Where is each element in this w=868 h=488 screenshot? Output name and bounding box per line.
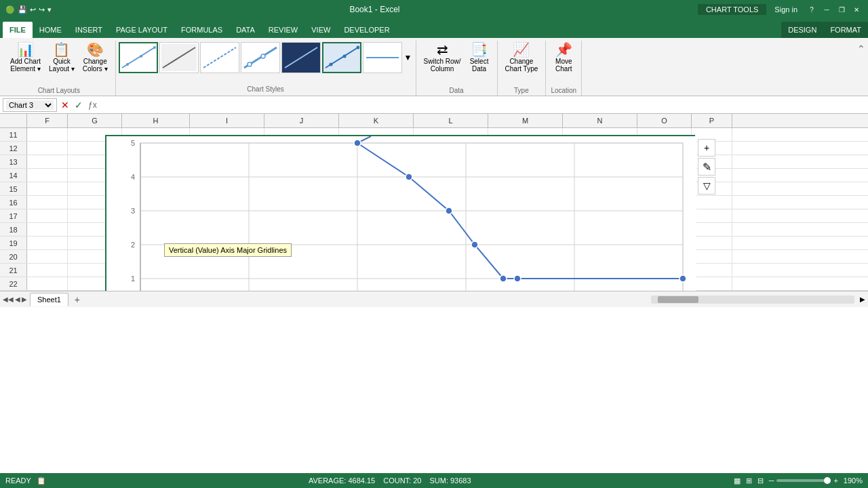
svg-point-57: [679, 275, 686, 282]
formula-bar: Chart 3 ✕ ✓ ƒx: [0, 96, 868, 114]
chart-style-button[interactable]: ✎: [698, 158, 715, 176]
svg-rect-23: [140, 143, 683, 291]
sign-in-link[interactable]: Sign in: [774, 5, 797, 14]
col-header-k[interactable]: K: [339, 114, 414, 127]
col-header-o[interactable]: O: [637, 114, 692, 127]
col-header-g[interactable]: G: [68, 114, 122, 127]
collapse-ribbon-button[interactable]: ⌃: [857, 43, 865, 54]
chart-style-4[interactable]: [241, 42, 280, 73]
restore-button[interactable]: ❐: [835, 3, 848, 16]
sheet-tabs-bar: ◀◀ ◀ ▶ Sheet1 + ▶: [0, 291, 868, 307]
chart-style-5[interactable]: [281, 42, 321, 73]
zoom-track[interactable]: [776, 479, 831, 482]
svg-rect-7: [202, 44, 237, 71]
confirm-formula-icon[interactable]: ✓: [73, 100, 84, 110]
col-header-i[interactable]: I: [190, 114, 264, 127]
select-data-button[interactable]: 📑 SelectData: [466, 41, 493, 75]
count-stat: COUNT: 20: [383, 476, 421, 485]
svg-text:3: 3: [131, 207, 135, 215]
close-button[interactable]: ✕: [850, 3, 863, 16]
chart-add-element-button[interactable]: +: [698, 139, 715, 157]
tab-format[interactable]: FORMAT: [823, 22, 868, 38]
chart-style-1[interactable]: [119, 42, 158, 73]
average-stat: AVERAGE: 4684.15: [309, 476, 375, 485]
data-buttons: ⇄ Switch Row/Column 📑 SelectData: [420, 41, 493, 87]
type-group-label: Type: [514, 87, 529, 96]
tab-view[interactable]: VIEW: [304, 22, 337, 38]
chart-inner: 0 1 2 3 4 5 1 10 100 1000 10000 100000: [106, 136, 694, 291]
normal-view-icon[interactable]: ▦: [734, 476, 741, 485]
chart-container[interactable]: 0 1 2 3 4 5 1 10 100 1000 10000 100000: [105, 135, 695, 291]
ready-status: READY: [5, 476, 31, 485]
move-chart-button[interactable]: 📌 MoveChart: [550, 41, 577, 75]
col-header-p[interactable]: P: [692, 114, 732, 127]
quick-layout-button[interactable]: 📋 QuickLayout ▾: [45, 41, 78, 75]
svg-text:5: 5: [131, 139, 135, 147]
col-header-j[interactable]: J: [264, 114, 339, 127]
col-header-l[interactable]: L: [414, 114, 488, 127]
add-chart-element-button[interactable]: 📊 Add ChartElement ▾: [7, 41, 44, 75]
name-box[interactable]: Chart 3: [3, 98, 57, 112]
type-buttons: 📈 ChangeChart Type: [502, 41, 542, 87]
scrollbar-thumb[interactable]: [658, 296, 698, 303]
tab-developer[interactable]: DEVELOPER: [337, 22, 396, 38]
tab-insert[interactable]: INSERT: [68, 22, 109, 38]
tab-file[interactable]: FILE: [3, 22, 33, 38]
horizontal-scrollbar[interactable]: [651, 296, 854, 304]
svg-point-54: [471, 241, 478, 248]
change-chart-type-button[interactable]: 📈 ChangeChart Type: [502, 41, 542, 75]
col-header-n[interactable]: N: [563, 114, 637, 127]
undo-icon[interactable]: ↩: [30, 5, 36, 14]
cancel-formula-icon[interactable]: ✕: [60, 100, 71, 110]
ribbon-group-chart-layouts: 📊 Add ChartElement ▾ 📋 QuickLayout ▾ 🎨 C…: [3, 41, 116, 96]
svg-point-56: [514, 275, 521, 282]
col-header-m[interactable]: M: [488, 114, 563, 127]
statusbar-stats: AVERAGE: 4684.15 COUNT: 20 SUM: 93683: [309, 476, 471, 485]
zoom-in-icon[interactable]: +: [833, 476, 837, 485]
tab-page-layout[interactable]: PAGE LAYOUT: [109, 22, 174, 38]
change-colors-button[interactable]: 🎨 ChangeColors ▾: [79, 41, 111, 75]
sheet-nav-first[interactable]: ◀◀: [3, 296, 14, 303]
help-button[interactable]: ?: [806, 3, 818, 16]
page-layout-view-icon[interactable]: ⊞: [746, 476, 752, 485]
zoom-slider[interactable]: ─ +: [769, 476, 838, 485]
formula-input[interactable]: [101, 98, 865, 112]
zoom-out-icon[interactable]: ─: [769, 476, 774, 485]
page-break-view-icon[interactable]: ⊟: [757, 476, 764, 485]
chart-style-3[interactable]: [200, 42, 239, 73]
chart-style-scroll-arrow[interactable]: ▼: [403, 42, 413, 73]
chart-styles-content: ▼: [119, 42, 413, 85]
chart-style-2[interactable]: [159, 42, 199, 73]
tab-design[interactable]: DESIGN: [781, 22, 823, 38]
cell-mode-icon: 📋: [37, 476, 46, 485]
statusbar: READY 📋 AVERAGE: 4684.15 COUNT: 20 SUM: …: [0, 473, 868, 488]
tab-home[interactable]: HOME: [33, 22, 68, 38]
tab-data[interactable]: DATA: [229, 22, 262, 38]
insert-function-icon[interactable]: ƒx: [87, 100, 98, 110]
tab-formulas[interactable]: FORMULAS: [174, 22, 229, 38]
chart-filter-button[interactable]: ▽: [698, 177, 715, 195]
col-header-h[interactable]: H: [122, 114, 190, 127]
sum-stat: SUM: 93683: [429, 476, 471, 485]
svg-point-3: [140, 55, 142, 58]
svg-point-12: [261, 54, 265, 58]
name-box-select[interactable]: Chart 3: [6, 100, 54, 110]
chart-style-6[interactable]: [322, 42, 361, 73]
sheet-nav-next[interactable]: ▶: [22, 296, 27, 303]
zoom-level[interactable]: 190%: [844, 476, 863, 485]
add-sheet-button[interactable]: +: [70, 293, 85, 306]
sheet-nav-prev[interactable]: ◀: [15, 296, 20, 303]
switch-row-column-button[interactable]: ⇄ Switch Row/Column: [420, 41, 465, 75]
scroll-right-arrow[interactable]: ▶: [857, 296, 868, 303]
chart-style-thumbnails: [119, 42, 402, 73]
chart-style-7[interactable]: [363, 42, 402, 73]
col-header-f[interactable]: F: [27, 114, 68, 127]
svg-point-2: [126, 63, 129, 66]
tab-review[interactable]: REVIEW: [262, 22, 304, 38]
redo-icon[interactable]: ↪: [39, 5, 45, 14]
svg-text:1: 1: [131, 274, 135, 283]
sheet-tab-sheet1[interactable]: Sheet1: [30, 293, 68, 306]
zoom-thumb[interactable]: [824, 477, 831, 484]
save-icon[interactable]: 💾: [18, 5, 27, 14]
minimize-button[interactable]: ─: [821, 3, 833, 16]
